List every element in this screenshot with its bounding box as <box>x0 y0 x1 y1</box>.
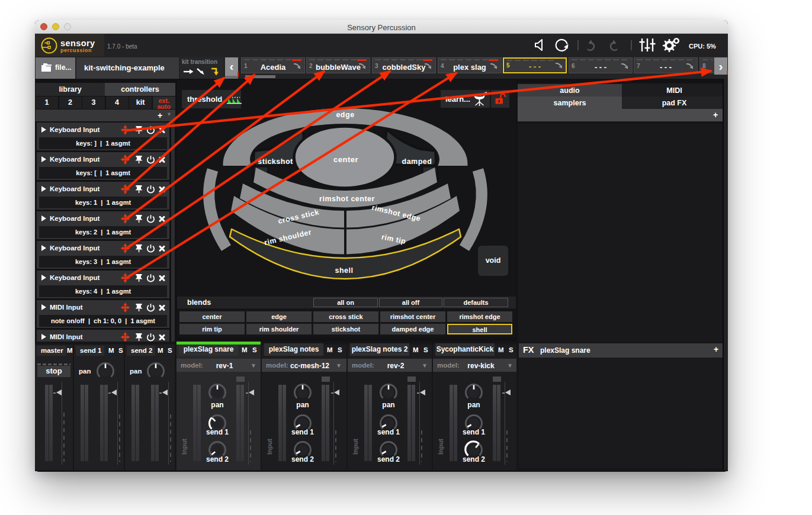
svg-text:percussion: percussion <box>60 47 92 53</box>
svg-text:shell: shell <box>335 266 354 275</box>
svg-text:stickshot: stickshot <box>258 157 293 166</box>
svg-text:rimshot center: rimshot center <box>319 195 375 203</box>
svg-text:edge: edge <box>336 111 354 119</box>
svg-text:damped: damped <box>402 157 432 166</box>
svg-text:center: center <box>333 155 358 164</box>
svg-text:sensory: sensory <box>60 38 95 48</box>
